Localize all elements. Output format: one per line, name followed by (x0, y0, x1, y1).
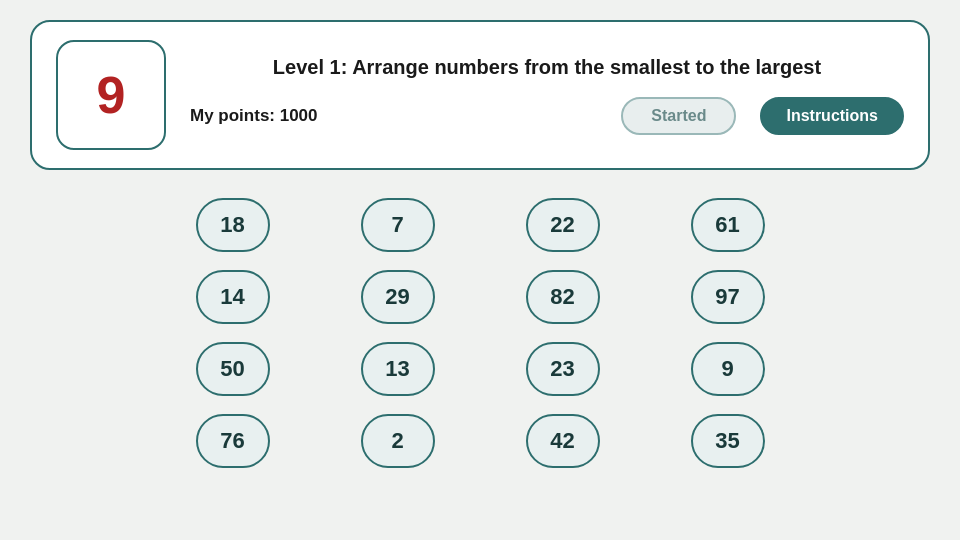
points-label: My points: 1000 (190, 106, 318, 126)
number-bubble[interactable]: 61 (691, 198, 765, 252)
level-icon-number: 9 (97, 65, 126, 125)
started-button[interactable]: Started (621, 97, 736, 135)
number-bubble[interactable]: 35 (691, 414, 765, 468)
header-bottom: My points: 1000 Started Instructions (190, 97, 904, 135)
number-bubble[interactable]: 14 (196, 270, 270, 324)
number-bubble[interactable]: 2 (361, 414, 435, 468)
instructions-button[interactable]: Instructions (760, 97, 904, 135)
number-bubble[interactable]: 82 (526, 270, 600, 324)
level-icon: 9 (56, 40, 166, 150)
number-bubble[interactable]: 29 (361, 270, 435, 324)
level-title: Level 1: Arrange numbers from the smalle… (190, 56, 904, 79)
number-bubble[interactable]: 76 (196, 414, 270, 468)
header-card: 9 Level 1: Arrange numbers from the smal… (30, 20, 930, 170)
numbers-grid: 18722611429829750132397624235 (180, 198, 780, 468)
number-bubble[interactable]: 13 (361, 342, 435, 396)
number-bubble[interactable]: 9 (691, 342, 765, 396)
number-bubble[interactable]: 18 (196, 198, 270, 252)
number-bubble[interactable]: 22 (526, 198, 600, 252)
number-bubble[interactable]: 97 (691, 270, 765, 324)
number-bubble[interactable]: 23 (526, 342, 600, 396)
number-bubble[interactable]: 50 (196, 342, 270, 396)
header-info: Level 1: Arrange numbers from the smalle… (190, 56, 904, 135)
number-bubble[interactable]: 42 (526, 414, 600, 468)
number-bubble[interactable]: 7 (361, 198, 435, 252)
